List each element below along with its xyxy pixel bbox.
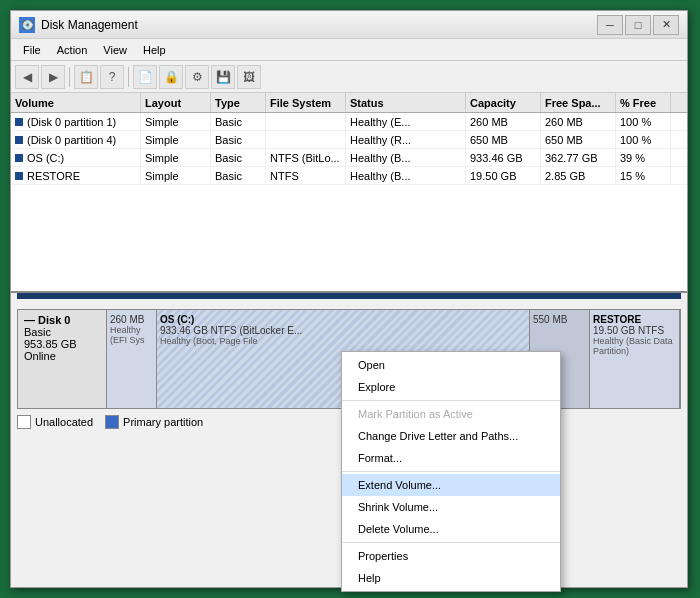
cell-type: Basic <box>211 113 266 130</box>
toolbar: ◀ ▶ 📋 ? 📄 🔒 ⚙ 💾 🖼 <box>11 61 687 93</box>
view-button[interactable]: 🖼 <box>237 65 261 89</box>
legend-primary-label: Primary partition <box>123 416 203 428</box>
forward-button[interactable]: ▶ <box>41 65 65 89</box>
menu-action[interactable]: Action <box>49 42 96 58</box>
cell-fs <box>266 113 346 130</box>
ctx-change-drive-letter[interactable]: Change Drive Letter and Paths... <box>342 425 560 447</box>
cell-freespace: 362.77 GB <box>541 149 616 166</box>
col-header-freespace: Free Spa... <box>541 93 616 112</box>
cell-status: Healthy (B... <box>346 149 466 166</box>
partition-name: RESTORE <box>593 314 676 325</box>
ctx-explore[interactable]: Explore <box>342 376 560 398</box>
col-header-fs: File System <box>266 93 346 112</box>
table-header: Volume Layout Type File System Status Ca… <box>11 93 687 113</box>
legend-primary-box <box>105 415 119 429</box>
ctx-delete-volume[interactable]: Delete Volume... <box>342 518 560 540</box>
partition-size: 933.46 GB NTFS (BitLocker E... <box>160 325 526 336</box>
cell-freespace: 2.85 GB <box>541 167 616 184</box>
ctx-format[interactable]: Format... <box>342 447 560 469</box>
col-header-type: Type <box>211 93 266 112</box>
properties-button[interactable]: 📋 <box>74 65 98 89</box>
ctx-open[interactable]: Open <box>342 354 560 376</box>
cell-fs: NTFS (BitLo... <box>266 149 346 166</box>
partition-size: 19.50 GB NTFS <box>593 325 676 336</box>
legend-unalloc-label: Unallocated <box>35 416 93 428</box>
table-row[interactable]: (Disk 0 partition 1) Simple Basic Health… <box>11 113 687 131</box>
cell-layout: Simple <box>141 149 211 166</box>
cell-volume: RESTORE <box>11 167 141 184</box>
disk-icon <box>15 154 23 162</box>
cell-type: Basic <box>211 131 266 148</box>
minimize-button[interactable]: ─ <box>597 15 623 35</box>
toolbar-separator-1 <box>69 67 70 87</box>
ctx-extend-volume[interactable]: Extend Volume... <box>342 474 560 496</box>
cell-status: Healthy (R... <box>346 131 466 148</box>
table-row[interactable]: RESTORE Simple Basic NTFS Healthy (B... … <box>11 167 687 185</box>
close-button[interactable]: ✕ <box>653 15 679 35</box>
menu-help[interactable]: Help <box>135 42 174 58</box>
toolbar-separator-2 <box>128 67 129 87</box>
partition-size: 550 MB <box>533 314 586 325</box>
partition-size: 260 MB <box>110 314 153 325</box>
disk-button[interactable]: 💾 <box>211 65 235 89</box>
disk-view-panel: — Disk 0 Basic 953.85 GB Online 260 MB H… <box>11 293 687 553</box>
cell-capacity: 19.50 GB <box>466 167 541 184</box>
disk-size: 953.85 GB <box>24 338 100 350</box>
ctx-shrink-volume[interactable]: Shrink Volume... <box>342 496 560 518</box>
cell-capacity: 260 MB <box>466 113 541 130</box>
window-icon: 💽 <box>19 17 35 33</box>
cell-fs: NTFS <box>266 167 346 184</box>
col-header-volume: Volume <box>11 93 141 112</box>
table-row[interactable]: OS (C:) Simple Basic NTFS (BitLo... Heal… <box>11 149 687 167</box>
cell-freepct: 15 % <box>616 167 671 184</box>
cell-layout: Simple <box>141 131 211 148</box>
disk-label: — Disk 0 Basic 953.85 GB Online <box>17 309 107 409</box>
partition-name: OS (C:) <box>160 314 526 325</box>
disk-icon <box>15 136 23 144</box>
menu-file[interactable]: File <box>15 42 49 58</box>
partition-info: Healthy (EFI Sys <box>110 325 153 345</box>
ctx-separator-2 <box>342 471 560 472</box>
cell-volume: (Disk 0 partition 1) <box>11 113 141 130</box>
lock-button[interactable]: 🔒 <box>159 65 183 89</box>
legend-primary: Primary partition <box>105 415 203 429</box>
cell-volume: OS (C:) <box>11 149 141 166</box>
partition-restore[interactable]: RESTORE 19.50 GB NTFS Healthy (Basic Dat… <box>590 310 680 408</box>
cell-type: Basic <box>211 149 266 166</box>
cell-freepct: 100 % <box>616 113 671 130</box>
cell-fs <box>266 131 346 148</box>
legend-unalloc-box <box>17 415 31 429</box>
help-button[interactable]: ? <box>100 65 124 89</box>
cell-freepct: 100 % <box>616 131 671 148</box>
cell-layout: Simple <box>141 113 211 130</box>
table-row[interactable]: (Disk 0 partition 4) Simple Basic Health… <box>11 131 687 149</box>
settings-button[interactable]: ⚙ <box>185 65 209 89</box>
cell-volume: (Disk 0 partition 4) <box>11 131 141 148</box>
cell-status: Healthy (B... <box>346 167 466 184</box>
ctx-mark-active: Mark Partition as Active <box>342 403 560 425</box>
refresh-button[interactable]: 📄 <box>133 65 157 89</box>
maximize-button[interactable]: □ <box>625 15 651 35</box>
ctx-properties[interactable]: Properties <box>342 545 560 567</box>
cell-freepct: 39 % <box>616 149 671 166</box>
back-button[interactable]: ◀ <box>15 65 39 89</box>
disk-header-strip <box>17 293 681 299</box>
cell-layout: Simple <box>141 167 211 184</box>
disk-name: — Disk 0 <box>24 314 100 326</box>
menu-view[interactable]: View <box>95 42 135 58</box>
disk-icon <box>15 118 23 126</box>
disk-icon <box>15 172 23 180</box>
partition-efi[interactable]: 260 MB Healthy (EFI Sys <box>107 310 157 408</box>
ctx-help[interactable]: Help <box>342 567 560 589</box>
col-header-freepct: % Free <box>616 93 671 112</box>
cell-type: Basic <box>211 167 266 184</box>
col-header-status: Status <box>346 93 466 112</box>
disk-status: Online <box>24 350 100 362</box>
col-header-layout: Layout <box>141 93 211 112</box>
partition-info: Healthy (Basic Data Partition) <box>593 336 676 356</box>
volume-table-panel: Volume Layout Type File System Status Ca… <box>11 93 687 293</box>
title-bar: 💽 Disk Management ─ □ ✕ <box>11 11 687 39</box>
cell-status: Healthy (E... <box>346 113 466 130</box>
legend-unallocated: Unallocated <box>17 415 93 429</box>
window-title: Disk Management <box>41 18 597 32</box>
